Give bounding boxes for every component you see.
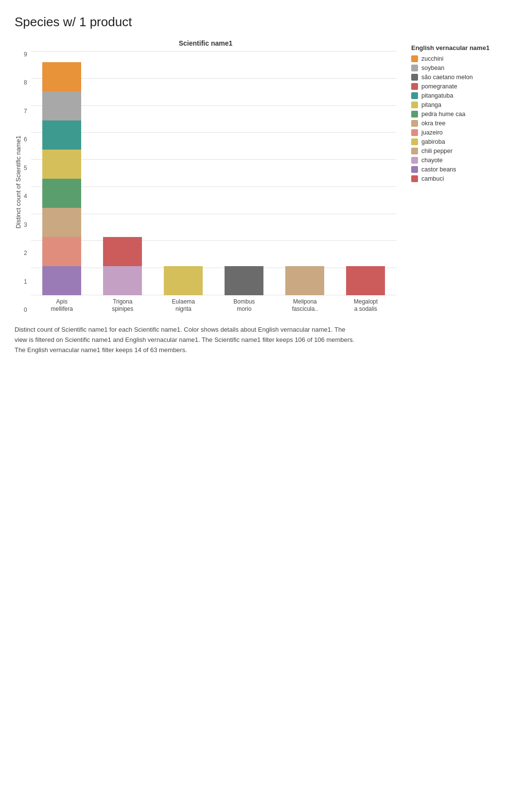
legend-item-5: pitanga xyxy=(411,102,508,108)
legend-label-9: gabiroba xyxy=(421,138,445,145)
bar-segment-0-1 xyxy=(42,237,81,266)
bars-row xyxy=(31,51,397,295)
y-tick-6: 6 xyxy=(24,136,27,143)
bar-segment-1-0 xyxy=(103,266,142,295)
legend-color-11 xyxy=(411,157,418,164)
bar-segment-2-0 xyxy=(164,266,203,295)
page-title: Species w/ 1 product xyxy=(15,15,508,30)
legend-item-1: soybean xyxy=(411,65,508,71)
legend-label-11: chayote xyxy=(421,157,443,164)
bar-segment-0-6 xyxy=(42,91,81,120)
legend-label-12: castor beans xyxy=(421,166,456,173)
bar-segment-4-0 xyxy=(285,266,324,295)
chart-container: Scientific name1 Distinct count of Scien… xyxy=(15,39,508,313)
y-tick-7: 7 xyxy=(24,108,27,115)
bar-group-4 xyxy=(279,266,331,295)
stacked-bar-1 xyxy=(103,237,142,295)
legend-item-13: cambuci xyxy=(411,175,508,182)
caption: Distinct count of Scientific name1 for e… xyxy=(15,325,355,355)
legend-item-9: gabiroba xyxy=(411,138,508,145)
bar-segment-0-4 xyxy=(42,150,81,179)
bar-segment-0-0 xyxy=(42,266,81,295)
legend-label-13: cambuci xyxy=(421,175,444,182)
bars-and-grid xyxy=(31,51,397,295)
legend-color-9 xyxy=(411,138,418,145)
x-labels: ApismelliferaTrigonaspinipesEulaemanigri… xyxy=(31,298,397,313)
x-label-0: Apismellifera xyxy=(36,298,88,313)
legend-color-3 xyxy=(411,83,418,90)
legend-item-6: pedra hume caa xyxy=(411,111,508,118)
legend-color-8 xyxy=(411,129,418,136)
stacked-bar-4 xyxy=(285,266,324,295)
bar-group-2 xyxy=(157,266,209,295)
y-tick-3: 3 xyxy=(24,221,27,228)
y-tick-9: 9 xyxy=(24,51,27,58)
legend-label-10: chili pepper xyxy=(421,148,453,154)
y-tick-8: 8 xyxy=(24,79,27,86)
legend-label-8: juazeiro xyxy=(421,129,443,136)
x-label-3: Bombusmorio xyxy=(218,298,270,313)
legend-item-12: castor beans xyxy=(411,166,508,173)
bar-segment-1-1 xyxy=(103,237,142,266)
y-axis-label: Distinct count of Scientific name1 xyxy=(15,135,22,228)
legend-color-4 xyxy=(411,92,418,99)
legend-color-6 xyxy=(411,111,418,118)
legend-label-6: pedra hume caa xyxy=(421,111,465,118)
legend-color-0 xyxy=(411,55,418,62)
legend-label-1: soybean xyxy=(421,65,444,71)
y-tick-5: 5 xyxy=(24,165,27,171)
bar-segment-0-7 xyxy=(42,62,81,91)
bar-group-5 xyxy=(340,266,392,295)
stacked-bar-0 xyxy=(42,62,81,295)
bar-group-0 xyxy=(36,62,88,295)
bar-segment-5-0 xyxy=(346,266,385,295)
legend-item-10: chili pepper xyxy=(411,148,508,154)
y-tick-1: 1 xyxy=(24,278,27,285)
legend-color-13 xyxy=(411,175,418,182)
stacked-bar-3 xyxy=(225,266,263,295)
stacked-bar-2 xyxy=(164,266,203,295)
x-label-4: Meliponafascicula.. xyxy=(279,298,331,313)
bar-segment-0-3 xyxy=(42,179,81,208)
legend-color-5 xyxy=(411,102,418,108)
legend: English vernacular name1 zucchinisoybean… xyxy=(411,39,508,185)
bar-group-3 xyxy=(218,266,270,295)
y-tick-2: 2 xyxy=(24,250,27,256)
legend-item-11: chayote xyxy=(411,157,508,164)
x-label-5: Megalopta sodalis xyxy=(340,298,392,313)
legend-color-12 xyxy=(411,166,418,173)
y-tick-4: 4 xyxy=(24,193,27,200)
legend-label-5: pitanga xyxy=(421,102,441,108)
legend-item-3: pomegranate xyxy=(411,83,508,90)
legend-item-4: pitangatuba xyxy=(411,92,508,99)
legend-item-8: juazeiro xyxy=(411,129,508,136)
legend-color-7 xyxy=(411,120,418,127)
y-axis: 9876543210 xyxy=(24,51,31,313)
legend-color-10 xyxy=(411,148,418,154)
legend-color-2 xyxy=(411,74,418,81)
legend-item-2: são caetano melon xyxy=(411,74,508,81)
legend-title: English vernacular name1 xyxy=(411,44,508,51)
bar-group-1 xyxy=(97,237,149,295)
legend-item-7: okra tree xyxy=(411,120,508,127)
bar-segment-3-0 xyxy=(225,266,263,295)
y-tick-0: 0 xyxy=(24,306,27,313)
legend-item-0: zucchini xyxy=(411,55,508,62)
legend-label-3: pomegranate xyxy=(421,83,457,90)
legend-label-7: okra tree xyxy=(421,120,445,127)
x-label-2: Eulaemanigrita xyxy=(157,298,209,313)
bar-segment-0-2 xyxy=(42,208,81,237)
legend-color-1 xyxy=(411,65,418,71)
x-label-1: Trigonaspinipes xyxy=(97,298,149,313)
legend-label-0: zucchini xyxy=(421,55,443,62)
x-axis-title: Scientific name1 xyxy=(15,39,397,47)
chart-area: Scientific name1 Distinct count of Scien… xyxy=(15,39,397,313)
stacked-bar-5 xyxy=(346,266,385,295)
legend-label-4: pitangatuba xyxy=(421,92,453,99)
chart-with-yaxis: Distinct count of Scientific name1 98765… xyxy=(15,51,397,313)
legend-label-2: são caetano melon xyxy=(421,74,473,81)
bar-segment-0-5 xyxy=(42,120,81,150)
